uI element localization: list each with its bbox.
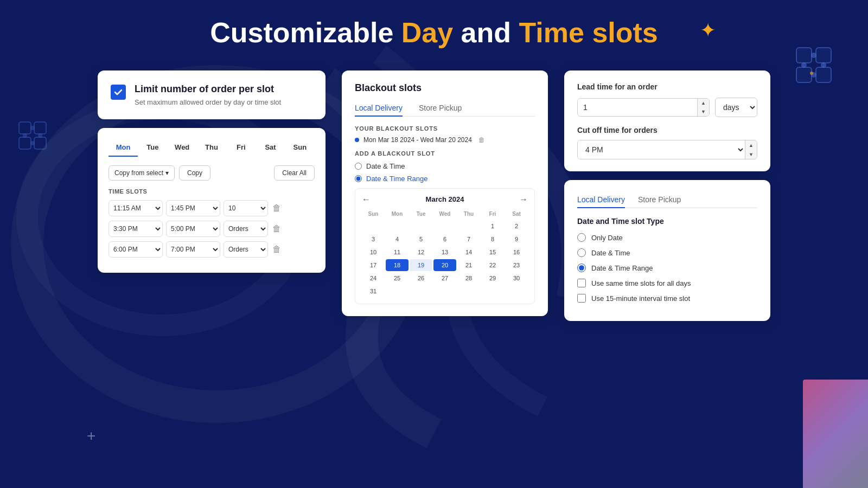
radio-date-time-range: Date & Time Range [355, 175, 535, 183]
cal-day-17[interactable]: 17 [362, 259, 385, 271]
radio-date-time-range-input[interactable] [355, 175, 362, 182]
day-fri[interactable]: Fri [226, 139, 256, 157]
cal-day-28[interactable]: 28 [457, 272, 480, 284]
calendar-next-button[interactable]: → [519, 195, 528, 204]
cal-day-4[interactable]: 4 [386, 233, 409, 245]
cal-day-11[interactable]: 11 [386, 246, 409, 258]
cal-header-sun: Sun [362, 209, 385, 219]
cal-day-empty [386, 220, 409, 232]
cutoff-decrement[interactable]: ▼ [745, 150, 757, 159]
day-wed[interactable]: Wed [168, 139, 197, 157]
slot1-end-select[interactable]: 1:45 PM [166, 200, 220, 216]
left-panel: Limit number of order per slot Set maxim… [98, 70, 326, 273]
cal-day-23[interactable]: 23 [505, 259, 528, 271]
day-thu[interactable]: Thu [197, 139, 226, 157]
option-date-time-range: Date & Time Range [577, 264, 757, 272]
cal-day-5[interactable]: 5 [410, 233, 432, 245]
limit-order-checkbox[interactable] [111, 85, 126, 100]
cal-day-12[interactable]: 12 [410, 246, 432, 258]
slot3-type-select[interactable]: Orders [224, 241, 268, 258]
lead-time-number-input[interactable] [578, 99, 697, 116]
slot3-delete-button[interactable]: 🗑 [271, 243, 282, 255]
cal-day-15[interactable]: 15 [481, 246, 504, 258]
limit-order-card: Limit number of order per slot Set maxim… [98, 70, 326, 119]
delivery-tab-store[interactable]: Store Pickup [638, 192, 681, 208]
copy-from-select-button[interactable]: Copy from select ▾ [108, 165, 175, 181]
lead-time-increment[interactable]: ▲ [698, 99, 709, 107]
cal-header-thu: Thu [457, 209, 480, 219]
option-date-time-label: Date & Time [591, 249, 630, 257]
slot2-end-select[interactable]: 5:00 PM [166, 221, 220, 237]
cal-day-14[interactable]: 14 [457, 246, 480, 258]
checkbox-same-slots[interactable] [577, 279, 586, 287]
slot3-end-select[interactable]: 7:00 PM [166, 241, 220, 258]
lead-time-title: Lead time for an order [577, 82, 757, 91]
tab-local-delivery[interactable]: Local Delivery [355, 100, 403, 117]
blackout-card: Blackout slots Local Delivery Store Pick… [342, 70, 548, 316]
middle-panel: Blackout slots Local Delivery Store Pick… [342, 70, 548, 316]
page-title: Customizable Day and Time slots [210, 17, 658, 48]
slot2-type-select[interactable]: Orders [224, 221, 268, 237]
day-tue[interactable]: Tue [138, 139, 167, 157]
cutoff-spinners: ▲ ▼ [745, 140, 757, 159]
action-bar: Copy from select ▾ Copy Clear All [108, 165, 315, 181]
cal-day-1[interactable]: 1 [481, 220, 504, 232]
cal-day-13[interactable]: 13 [433, 246, 456, 258]
day-sun[interactable]: Sun [285, 139, 315, 157]
radio-date-time-dt[interactable] [577, 248, 586, 257]
cal-day-3[interactable]: 3 [362, 233, 385, 245]
copy-button[interactable]: Copy [179, 165, 210, 181]
calendar-prev-button[interactable]: ← [362, 195, 371, 204]
day-mon[interactable]: Mon [108, 139, 138, 157]
cal-day-9[interactable]: 9 [505, 233, 528, 245]
cal-day-30[interactable]: 30 [505, 272, 528, 284]
cal-day-25[interactable]: 25 [386, 272, 409, 284]
radio-date-time-range-dt[interactable] [577, 264, 586, 272]
lead-time-decrement[interactable]: ▼ [698, 107, 709, 116]
cutoff-increment[interactable]: ▲ [745, 140, 757, 150]
slot2-delete-button[interactable]: 🗑 [271, 223, 282, 235]
cal-day-24[interactable]: 24 [362, 272, 385, 284]
cal-day-29[interactable]: 29 [481, 272, 504, 284]
slot3-start-select[interactable]: 6:00 PM [108, 241, 163, 258]
cal-day-16[interactable]: 16 [505, 246, 528, 258]
slot2-start-select[interactable]: 3:30 PM [108, 221, 163, 237]
checkbox-15min[interactable] [577, 294, 586, 303]
cal-day-20[interactable]: 20 [433, 259, 456, 271]
slot-type-section-label: Date and Time slot Type [577, 217, 757, 226]
cal-day-8[interactable]: 8 [481, 233, 504, 245]
day-sat[interactable]: Sat [256, 139, 285, 157]
slot1-start-select[interactable]: 11:15 AM [108, 200, 163, 216]
panels-container: Limit number of order per slot Set maxim… [43, 70, 825, 321]
cal-day-27[interactable]: 27 [433, 272, 456, 284]
slot1-delete-button[interactable]: 🗑 [271, 202, 282, 214]
clear-all-button[interactable]: Clear All [274, 165, 315, 181]
time-slots-label: TIME SLOTS [108, 188, 315, 195]
cal-day-31[interactable]: 31 [362, 285, 385, 297]
tab-store-pickup[interactable]: Store Pickup [419, 100, 462, 117]
existing-slot-text: Mon Mar 18 2024 - Wed Mar 20 2024 [363, 136, 472, 144]
slot1-type-select[interactable]: 10 [224, 200, 268, 216]
cal-day-10[interactable]: 10 [362, 246, 385, 258]
cal-day-21[interactable]: 21 [457, 259, 480, 271]
lead-time-input-wrapper: ▲ ▼ [577, 98, 710, 117]
your-slots-title: YOUR BLACKOUT SLOTS [355, 125, 535, 132]
cal-header-tue: Tue [410, 209, 432, 219]
cal-day-18[interactable]: 18 [386, 259, 409, 271]
cal-day-22[interactable]: 22 [481, 259, 504, 271]
radio-only-date[interactable] [577, 233, 586, 242]
cutoff-time-select[interactable]: 4 PM 5 PM 6 PM [578, 140, 745, 159]
slot-delete-icon[interactable]: 🗑 [478, 136, 485, 144]
copy-from-chevron: ▾ [165, 169, 169, 177]
option-15min-label: Use 15-minute interval time slot [591, 294, 690, 303]
cal-day-19[interactable]: 19 [410, 259, 432, 271]
cal-day-2[interactable]: 2 [505, 220, 528, 232]
cutoff-label: Cut off time for orders [577, 126, 757, 134]
cal-day-7[interactable]: 7 [457, 233, 480, 245]
delivery-tab-local[interactable]: Local Delivery [577, 192, 625, 208]
cal-day-6[interactable]: 6 [433, 233, 456, 245]
limit-order-text: Limit number of order per slot Set maxim… [135, 84, 281, 106]
cal-day-26[interactable]: 26 [410, 272, 432, 284]
radio-date-time-input[interactable] [355, 163, 362, 170]
lead-time-unit-select[interactable]: days hours [715, 98, 757, 117]
